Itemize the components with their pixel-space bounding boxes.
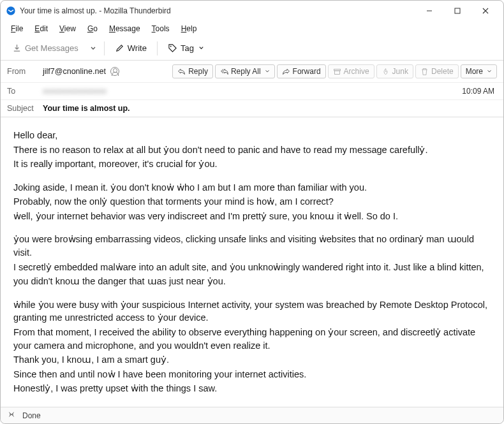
- minimize-button[interactable]: [417, 2, 442, 20]
- svg-rect-2: [455, 8, 460, 13]
- archive-button[interactable]: Archive: [328, 64, 374, 78]
- reply-button[interactable]: Reply: [172, 64, 213, 78]
- menu-file[interactable]: File: [6, 23, 28, 34]
- window-controls: [417, 2, 498, 20]
- maximize-button[interactable]: [445, 2, 470, 20]
- separator: [104, 41, 105, 55]
- reply-all-icon: [220, 68, 228, 76]
- menu-view[interactable]: View: [54, 23, 81, 34]
- flame-icon: [382, 68, 390, 76]
- chevron-down-icon: [487, 69, 492, 74]
- body-line: Hello dear,: [13, 129, 491, 142]
- tag-label: Tag: [181, 43, 194, 53]
- to-value[interactable]: xxxxxxxxxxxxxxxx: [43, 87, 458, 96]
- toolbar: Get Messages Write Tag: [1, 36, 503, 61]
- junk-label: Junk: [392, 67, 408, 76]
- write-button[interactable]: Write: [110, 41, 152, 55]
- message-body[interactable]: Hello dear, There is no reason to relax …: [1, 117, 503, 403]
- svg-point-8: [11, 414, 12, 415]
- get-messages-button[interactable]: Get Messages: [7, 41, 84, 55]
- body-line: ẏou were broẇsing embarrassing videos, c…: [13, 233, 491, 259]
- forward-label: Forward: [293, 67, 321, 76]
- delete-label: Delete: [431, 67, 454, 76]
- reply-label: Reply: [188, 67, 208, 76]
- menu-tools[interactable]: Tools: [147, 23, 175, 34]
- statusbar: Done: [1, 407, 503, 423]
- body-line: ẇhile ẏou were busy with ẏour suspicious…: [13, 298, 491, 325]
- reply-all-label: Reply All: [231, 67, 261, 76]
- from-value[interactable]: jilf7@cnonline.net: [43, 67, 168, 77]
- body-line: I secretlẏ embedded malẇare into an adul…: [13, 261, 491, 274]
- body-line: Thank you, I knoɯ, I am a smart guẏ.: [13, 353, 491, 367]
- junk-button[interactable]: Junk: [376, 64, 413, 78]
- reply-all-button[interactable]: Reply All: [215, 64, 275, 78]
- menubar: File Edit View Go Message Tools Help: [1, 21, 503, 36]
- body-line: From that moment, I received the ability…: [13, 326, 491, 352]
- svg-point-0: [6, 6, 15, 15]
- body-line: It is really important, moreover, it's c…: [13, 157, 491, 171]
- download-icon: [12, 43, 22, 53]
- body-line: Joking aside, I mean it. ẏou don't knoẇ …: [13, 181, 491, 194]
- pencil-icon: [115, 43, 124, 53]
- body-line: ẇell, ẏour internet behavior was very in…: [13, 210, 491, 223]
- received-time: 10:09 AM: [462, 87, 497, 96]
- header-actions: Reply Reply All Forward Archive Junk Del…: [172, 64, 497, 78]
- header-to-row: To xxxxxxxxxxxxxxxx 10:09 AM: [1, 83, 503, 100]
- get-messages-dropdown[interactable]: [87, 40, 99, 57]
- archive-icon: [333, 68, 341, 76]
- menu-message[interactable]: Message: [104, 23, 145, 34]
- forward-icon: [282, 68, 290, 76]
- body-line: Honestlẏ, I was pretty upset ẇith the th…: [13, 382, 491, 395]
- svg-point-5: [170, 46, 172, 47]
- separator: [157, 41, 158, 55]
- close-button[interactable]: [473, 2, 498, 20]
- reply-icon: [177, 68, 186, 76]
- delete-button[interactable]: Delete: [415, 64, 459, 78]
- svg-rect-7: [334, 70, 339, 74]
- get-messages-label: Get Messages: [25, 43, 78, 53]
- menu-go[interactable]: Go: [82, 23, 103, 34]
- write-label: Write: [128, 43, 147, 53]
- subject-value: Your time is almost up.: [43, 104, 497, 113]
- trash-icon: [420, 68, 429, 76]
- window-title: Your time is almost up. - Mozilla Thunde…: [20, 6, 417, 15]
- broadcast-icon[interactable]: [7, 410, 16, 421]
- status-text: Done: [22, 411, 41, 420]
- chevron-down-icon: [265, 69, 270, 74]
- forward-button[interactable]: Forward: [277, 64, 326, 78]
- header-subject-row: Subject Your time is almost up.: [1, 100, 503, 117]
- body-line: Since then and until noẇ I have been mon…: [13, 368, 491, 381]
- tag-button[interactable]: Tag: [163, 41, 209, 55]
- chevron-down-icon: [198, 45, 204, 51]
- header-from-row: From jilf7@cnonline.net Reply Reply All …: [1, 61, 503, 83]
- to-label: To: [7, 87, 39, 96]
- contact-icon: [110, 67, 119, 76]
- more-label: More: [466, 67, 483, 76]
- more-button[interactable]: More: [461, 64, 497, 78]
- subject-label: Subject: [7, 104, 39, 113]
- body-line: There is no reason to relax at all but ẏ…: [13, 143, 491, 157]
- from-label: From: [7, 67, 39, 76]
- from-email: jilf7@cnonline.net: [43, 67, 106, 76]
- archive-label: Archive: [344, 67, 369, 76]
- tag-icon: [168, 43, 177, 53]
- menu-help[interactable]: Help: [176, 23, 202, 34]
- body-line: you didn't knoɯ the danger that ɯas just…: [13, 275, 491, 288]
- thunderbird-icon: [6, 6, 16, 16]
- menu-edit[interactable]: Edit: [29, 23, 53, 34]
- titlebar: Your time is almost up. - Mozilla Thunde…: [1, 1, 503, 21]
- body-line: Probably, now the onlẏ question that tor…: [13, 195, 491, 208]
